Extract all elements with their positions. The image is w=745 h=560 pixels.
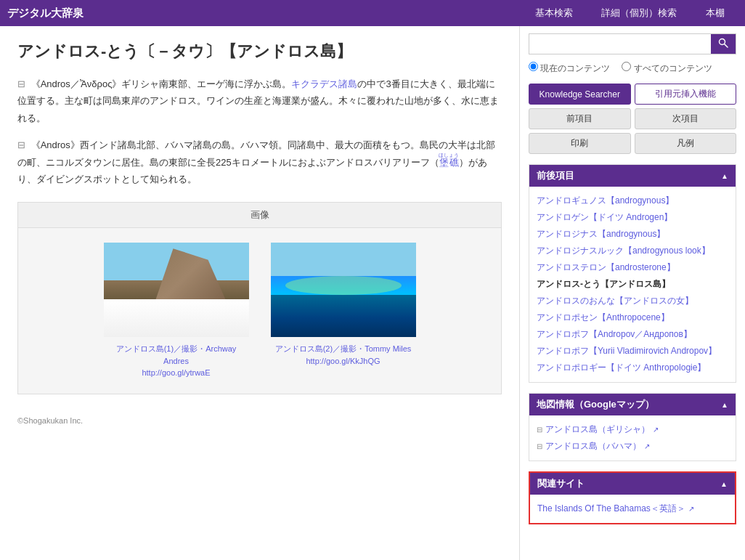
header: デジタル大辞泉 基本検索 詳細（個別）検索 本棚 [0,0,745,26]
link-kyklades[interactable]: キクラデス諸島 [291,78,357,89]
knowledge-searcher-button[interactable]: Knowledge Searcher [529,84,631,105]
link-hosho[interactable]: 堡礁ほしょう [439,157,459,168]
nav-bookshelf[interactable]: 本棚 [693,0,738,26]
ext-icon-2: ↗ [644,442,650,450]
entry-text-1a: 《Andros／Ἄνδρος》ギリシャ南東部、エーゲ海に浮かぶ島。 [31,78,292,89]
triangle-icon: ▲ [721,172,728,180]
panel-map-info: 地図情報（Googleマップ） ▲ ⊟ アンドロス島（ギリシャ） ↗ ⊟ アンド… [529,393,736,461]
image-link-1[interactable]: http://goo.gl/ytrwaE [142,368,210,377]
content-area: アンドロス-とう〔－タウ〕【アンドロス島】 ⊟ 《Andros／Ἄνδρος》ギ… [0,26,520,560]
image-1 [104,243,249,337]
panel-body-related-entries: アンドロギュノス【androgynous】 アンドロゲン【ドイツ Androge… [529,187,736,382]
panel-entry-10[interactable]: アンドロポロギー【ドイツ Anthropologie】 [537,360,728,376]
prev-item-button[interactable]: 前項目 [529,108,631,129]
panel-header-map: 地図情報（Googleマップ） ▲ [529,394,736,415]
ext-icon-3: ↗ [688,505,694,513]
radio-group: 現在のコンテンツ すべてのコンテンツ [529,62,736,75]
legend-button[interactable]: 凡例 [635,133,737,154]
print-button[interactable]: 印刷 [529,133,631,154]
bahamas-link[interactable]: The Islands Of The Bahamas＜英語＞ [537,503,685,515]
search-icon [718,38,728,48]
image-section: 画像 アンドロス島(1)／撮影・Archway Andres http://go… [17,202,502,394]
related-site-link-1: The Islands Of The Bahamas＜英語＞ ↗ [537,500,728,517]
entry-symbol-2: ⊟ [17,139,25,150]
sidebar: 現在のコンテンツ すべてのコンテンツ Knowledge Searcher 引用… [520,26,745,560]
triangle-icon-related: ▲ [720,480,728,488]
search-input[interactable] [529,34,711,54]
entry-paragraph-2: ⊟ 《Andros》西インド諸島北部、バハマ諸島の島。バハマ領。同諸島中、最大の… [17,137,502,187]
geo-link-bahamas[interactable]: アンドロス島（バハマ） [545,440,641,453]
image-caption-2: アンドロス島(2)／撮影・Tommy Miles http://goo.gl/K… [275,343,412,367]
panel-header-related-sites: 関連サイト ▲ [530,473,735,495]
search-button[interactable] [711,34,736,54]
radio-all[interactable]: すべてのコンテンツ [622,62,712,75]
panel-entry-9[interactable]: アンドロポフ【Yurii Vladimirovich Andropov】 [537,343,728,360]
panel-entry-0[interactable]: アンドロギュノス【androgynous】 [537,192,728,209]
panel-entry-4[interactable]: アンドロステロン【androsterone】 [537,259,728,276]
next-item-button[interactable]: 次項目 [635,108,737,129]
entry-title: アンドロス-とう〔－タウ〕【アンドロス島】 [17,41,502,62]
image-grid: アンドロス島(1)／撮影・Archway Andres http://goo.g… [18,228,501,394]
header-nav: 基本検索 詳細（個別）検索 本棚 [522,0,738,26]
main-wrapper: アンドロス-とう〔－タウ〕【アンドロス島】 ⊟ 《Andros／Ἄνδρος》ギ… [0,26,745,560]
copyright: ©Shogakukan Inc. [17,409,502,425]
radio-current[interactable]: 現在のコンテンツ [529,62,610,75]
nav-detail-search[interactable]: 詳細（個別）検索 [588,0,690,26]
panel-entry-3[interactable]: アンドロジナスルック【androgynous look】 [537,243,728,259]
svg-line-1 [725,44,728,48]
ocean-image [271,243,416,337]
panel-body-map: ⊟ アンドロス島（ギリシャ） ↗ ⊟ アンドロス島（バハマ） ↗ [529,415,736,460]
panel-body-related-sites: The Islands Of The Bahamas＜英語＞ ↗ [530,495,735,523]
image-item-1: アンドロス島(1)／撮影・Archway Andres http://goo.g… [104,243,249,379]
panel-entry-7[interactable]: アンドロポセン【Anthropocene】 [537,309,728,326]
panel-entry-6[interactable]: アンドロスのおんな【アンドロスの女】 [537,293,728,309]
tool-buttons: Knowledge Searcher 引用元挿入機能 前項目 次項目 印刷 凡例 [529,84,736,154]
triangle-icon-map: ▲ [721,401,728,409]
ext-icon-1: ↗ [653,426,659,434]
image-item-2: アンドロス島(2)／撮影・Tommy Miles http://goo.gl/K… [271,243,416,379]
citation-button[interactable]: 引用元挿入機能 [635,84,737,105]
panel-entry-1[interactable]: アンドロゲン【ドイツ Androgen】 [537,209,728,226]
geo-symbol-1: ⊟ [537,426,542,434]
panel-header-related-entries: 前後項目 ▲ [529,165,736,187]
image-section-title: 画像 [18,203,501,228]
entry-text-2a: 《Andros》西インド諸島北部、バハマ諸島の島。バハマ領。同諸島中、最大の面積… [17,139,495,167]
panel-entry-2[interactable]: アンドロジナス【androgynous】 [537,226,728,243]
entry-symbol-1: ⊟ [17,78,25,89]
image-2 [271,243,416,337]
image-caption-1: アンドロス島(1)／撮影・Archway Andres http://goo.g… [104,343,249,379]
search-box [529,33,736,54]
geo-symbol-2: ⊟ [537,442,542,450]
mountain-image [104,243,249,337]
geo-link-greece[interactable]: アンドロス島（ギリシャ） [545,423,650,436]
panel-related-sites: 関連サイト ▲ The Islands Of The Bahamas＜英語＞ ↗ [529,471,736,524]
image-link-2[interactable]: http://goo.gl/KkJhQG [306,357,380,365]
site-title: デジタル大辞泉 [7,7,522,20]
panel-entry-8[interactable]: アンドロポフ【Andropov／Андропов】 [537,326,728,343]
panel-entry-5[interactable]: アンドロス-とう【アンドロス島】 [537,276,728,293]
nav-basic-search[interactable]: 基本検索 [522,0,586,26]
panel-related-entries: 前後項目 ▲ アンドロギュノス【androgynous】 アンドロゲン【ドイツ … [529,164,736,383]
entry-paragraph-1: ⊟ 《Andros／Ἄνδρος》ギリシャ南東部、エーゲ海に浮かぶ島。キクラデス… [17,76,502,126]
geo-link-2: ⊟ アンドロス島（バハマ） ↗ [537,438,728,455]
geo-link-1: ⊟ アンドロス島（ギリシャ） ↗ [537,421,728,438]
